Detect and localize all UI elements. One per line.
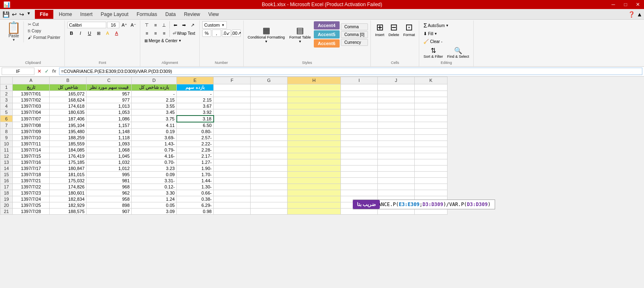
cell-c2[interactable]: 957 bbox=[87, 91, 132, 97]
col-header-k[interactable]: K bbox=[415, 77, 448, 84]
minimize-button[interactable]: ─ bbox=[607, 0, 619, 9]
customize-icon[interactable]: ▼ bbox=[26, 11, 32, 18]
col-header-j[interactable]: J bbox=[378, 77, 415, 84]
row-header-16[interactable]: 16 bbox=[0, 177, 13, 184]
cell-d12[interactable]: 4.16- bbox=[132, 153, 177, 159]
cell-d13[interactable]: 0.70- bbox=[132, 159, 177, 165]
menu-formulas[interactable]: Formulas bbox=[132, 10, 161, 19]
cell-c19[interactable]: 958 bbox=[87, 196, 132, 202]
cell-e6[interactable]: 3.18 bbox=[177, 116, 214, 122]
cell-j9[interactable] bbox=[378, 134, 415, 141]
cell-g8[interactable] bbox=[251, 128, 288, 134]
cell-f2[interactable] bbox=[214, 91, 251, 97]
cell-c6[interactable]: 1,086 bbox=[87, 116, 132, 122]
cell-h18[interactable] bbox=[288, 190, 341, 196]
cell-e17[interactable]: 1.30- bbox=[177, 184, 214, 190]
cell-h12[interactable] bbox=[288, 153, 341, 159]
cell-c11[interactable]: 1,068 bbox=[87, 147, 132, 153]
insert-function-button[interactable]: fx bbox=[51, 68, 57, 74]
cell-b10[interactable]: 185,559 bbox=[50, 141, 87, 147]
cell-i11[interactable] bbox=[341, 147, 378, 153]
cell-g5[interactable] bbox=[251, 109, 288, 116]
header-cell-d1[interactable]: بازده شاخص کل bbox=[132, 84, 177, 91]
cell-e15[interactable]: 1.70- bbox=[177, 171, 214, 177]
cell-a20[interactable]: 1397/7/25 bbox=[13, 202, 50, 208]
row-header-20[interactable]: 20 bbox=[0, 202, 13, 208]
menu-insert[interactable]: Insert bbox=[76, 10, 97, 19]
cell-d21[interactable]: 3.09 bbox=[132, 208, 177, 214]
cell-h13[interactable] bbox=[288, 159, 341, 165]
row-header-11[interactable]: 11 bbox=[0, 147, 13, 153]
cell-e4[interactable]: 3.67 bbox=[177, 103, 214, 109]
cell-f15[interactable] bbox=[214, 171, 251, 177]
row-header-19[interactable]: 19 bbox=[0, 196, 13, 202]
cell-f18[interactable] bbox=[214, 190, 251, 196]
menu-pagelayout[interactable]: Page Layout bbox=[97, 10, 132, 19]
delete-button[interactable]: ⊟ Delete bbox=[387, 21, 401, 38]
cell-a6[interactable]: 1397/7/07 bbox=[13, 116, 50, 122]
cell-i10[interactable] bbox=[341, 141, 378, 147]
cell-b18[interactable]: 180,601 bbox=[50, 190, 87, 196]
cell-d15[interactable]: 0.09 bbox=[132, 171, 177, 177]
cell-h21[interactable] bbox=[288, 208, 341, 214]
cell-g7[interactable] bbox=[251, 122, 288, 129]
cell-a3[interactable]: 1397/7/02 bbox=[13, 97, 50, 103]
wrap-text-button[interactable]: ⏎ Wrap Text bbox=[171, 29, 197, 37]
cell-d2[interactable]: - bbox=[132, 91, 177, 97]
cell-d10[interactable]: 1.43- bbox=[132, 141, 177, 147]
row-header-7[interactable]: 7 bbox=[0, 122, 13, 129]
font-color-button[interactable]: A bbox=[112, 29, 121, 37]
cell-f8[interactable] bbox=[214, 128, 251, 134]
align-middle-button[interactable]: ≡ bbox=[151, 21, 160, 29]
row-header-6[interactable]: 6 bbox=[0, 116, 13, 122]
cell-j4[interactable] bbox=[378, 103, 415, 109]
cell-a4[interactable]: 1397/7/03 bbox=[13, 103, 50, 109]
conditional-formatting-button[interactable]: ▦ Conditional Formatting ▼ bbox=[246, 25, 287, 44]
cell-a11[interactable]: 1397/7/14 bbox=[13, 147, 50, 153]
col-header-b[interactable]: B bbox=[50, 77, 87, 84]
increase-decimal-button[interactable]: .00↗ bbox=[232, 29, 241, 37]
cell-i13[interactable] bbox=[341, 159, 378, 165]
cell-b5[interactable]: 180,635 bbox=[50, 109, 87, 116]
find-select-button[interactable]: 🔍 Find & Select bbox=[445, 46, 471, 60]
cell-c5[interactable]: 1,053 bbox=[87, 109, 132, 116]
italic-button[interactable]: I bbox=[76, 29, 84, 37]
cell-e16[interactable]: 1.44- bbox=[177, 177, 214, 184]
cell-i18[interactable] bbox=[341, 190, 378, 196]
cell-h10[interactable] bbox=[288, 141, 341, 147]
cell-c8[interactable]: 1,148 bbox=[87, 128, 132, 134]
cell-i7[interactable] bbox=[341, 122, 378, 129]
cell-g3[interactable] bbox=[251, 97, 288, 103]
cell-f4[interactable] bbox=[214, 103, 251, 109]
cell-g14[interactable] bbox=[251, 165, 288, 171]
col-header-i[interactable]: I bbox=[341, 77, 378, 84]
cell-j11[interactable] bbox=[378, 147, 415, 153]
clear-button[interactable]: 🧹 Clear - bbox=[422, 38, 444, 45]
col-header-g[interactable]: G bbox=[251, 77, 288, 84]
bold-button[interactable]: B bbox=[67, 29, 75, 37]
cell-k7[interactable] bbox=[415, 122, 448, 129]
cell-i9[interactable] bbox=[341, 134, 378, 141]
accent4-button[interactable]: Accent4 bbox=[314, 21, 340, 29]
cell-e18[interactable]: 0.66- bbox=[177, 190, 214, 196]
cell-h17[interactable] bbox=[288, 184, 341, 190]
cell-j1[interactable] bbox=[378, 84, 415, 91]
cell-e13[interactable]: 1.27- bbox=[177, 159, 214, 165]
cell-d16[interactable]: 3.31- bbox=[132, 177, 177, 184]
cell-f11[interactable] bbox=[214, 147, 251, 153]
cell-i15[interactable] bbox=[341, 171, 378, 177]
row-header-21[interactable]: 21 bbox=[0, 208, 13, 214]
cell-g9[interactable] bbox=[251, 134, 288, 141]
cell-d9[interactable]: 3.69- bbox=[132, 134, 177, 141]
cell-c4[interactable]: 1,013 bbox=[87, 103, 132, 109]
autosum-button[interactable]: Σ AutoSum ▼ bbox=[422, 21, 450, 29]
cell-a8[interactable]: 1397/7/09 bbox=[13, 128, 50, 134]
cell-h6[interactable] bbox=[288, 116, 341, 122]
cell-k13[interactable] bbox=[415, 159, 448, 165]
cell-i16[interactable] bbox=[341, 177, 378, 184]
cell-a9[interactable]: 1397/7/10 bbox=[13, 134, 50, 141]
cell-b13[interactable]: 175,185 bbox=[50, 159, 87, 165]
cell-a5[interactable]: 1397/7/04 bbox=[13, 109, 50, 116]
cell-d18[interactable]: 3.30 bbox=[132, 190, 177, 196]
cell-i3[interactable] bbox=[341, 97, 378, 103]
